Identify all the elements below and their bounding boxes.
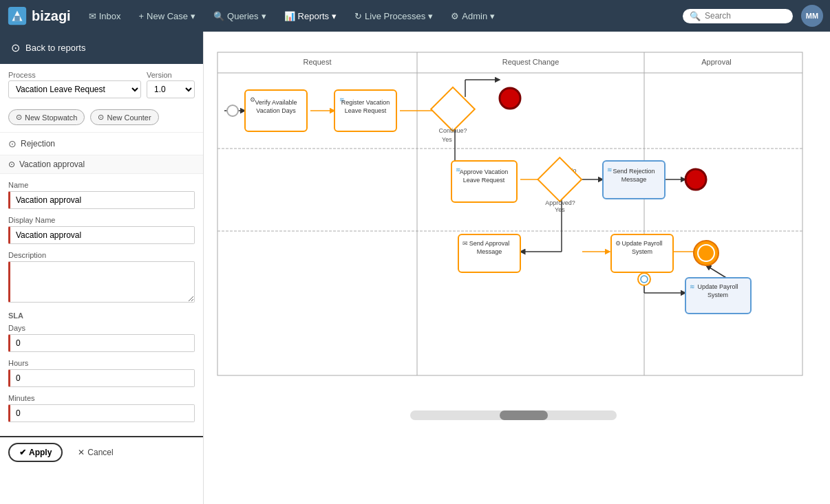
diagram-area: Request Request Change Approval xyxy=(204,32,830,504)
logo: bizagi xyxy=(7,6,71,26)
version-field: Version 1.0 xyxy=(147,71,195,98)
apply-button[interactable]: ✔ Apply xyxy=(8,443,63,462)
svg-text:Update Payroll: Update Payroll xyxy=(621,240,662,247)
nav-queries[interactable]: 🔍 Queries ▾ xyxy=(206,8,273,24)
hours-input[interactable] xyxy=(8,369,195,387)
diagram-canvas: Request Request Change Approval xyxy=(204,32,823,430)
logo-icon xyxy=(7,6,28,26)
display-name-field: Display Name xyxy=(8,216,195,244)
svg-text:Message: Message xyxy=(477,248,502,255)
footer-buttons: ✔ Apply ✕ Cancel xyxy=(0,436,203,468)
svg-text:Approval: Approval xyxy=(701,58,731,66)
name-input[interactable] xyxy=(8,191,195,209)
nav-admin[interactable]: ⚙ Admin ▾ xyxy=(444,8,502,24)
back-to-reports-button[interactable]: ⊙ Back to reports xyxy=(0,32,203,64)
svg-text:Continue?: Continue? xyxy=(438,127,467,134)
x-icon: ✕ xyxy=(78,448,85,457)
sidebar-controls: Process Vacation Leave Request Version 1… xyxy=(0,64,203,133)
svg-point-42 xyxy=(500,88,520,109)
form-section: Name Display Name Description SLA Days H… xyxy=(0,174,203,436)
days-input[interactable] xyxy=(8,334,195,352)
svg-text:⚙: ⚙ xyxy=(615,240,621,247)
svg-text:Leave Request: Leave Request xyxy=(463,177,505,184)
logo-text: bizagi xyxy=(32,8,71,24)
scroll-track[interactable] xyxy=(410,410,617,420)
svg-text:Approve Vacation: Approve Vacation xyxy=(460,168,508,175)
vacation-approval-icon: ⊙ xyxy=(8,160,15,169)
new-counter-button[interactable]: ⊙ New Counter xyxy=(90,109,158,125)
new-stopwatch-button[interactable]: ⊙ New Stopwatch xyxy=(8,109,85,125)
svg-text:Yes: Yes xyxy=(442,136,452,143)
scroll-thumb[interactable] xyxy=(500,410,548,420)
svg-rect-2 xyxy=(14,16,20,21)
top-navigation: bizagi ✉ Inbox + New Case ▾ 🔍 Queries ▾ … xyxy=(0,0,830,32)
inbox-icon: ✉ xyxy=(89,11,96,21)
search-box[interactable]: 🔍 xyxy=(683,9,793,23)
days-field: Days xyxy=(8,324,195,352)
nav-inbox[interactable]: ✉ Inbox xyxy=(82,8,128,24)
svg-text:System: System xyxy=(632,248,652,255)
description-field: Description xyxy=(8,251,195,305)
svg-text:Vacation Days: Vacation Days xyxy=(256,107,296,114)
queries-icon: 🔍 xyxy=(213,11,224,21)
diagram-svg: Request Request Change Approval xyxy=(204,32,823,430)
main-layout: ⊙ Back to reports Process Vacation Leave… xyxy=(0,32,830,504)
action-buttons-row: ⊙ New Stopwatch ⊙ New Counter xyxy=(8,109,195,125)
svg-text:Register Vacation: Register Vacation xyxy=(341,99,390,106)
search-input[interactable] xyxy=(705,11,780,21)
nav-live-processes[interactable]: ↻ Live Processes ▾ xyxy=(348,8,440,24)
process-select[interactable]: Vacation Leave Request xyxy=(8,80,141,98)
name-field: Name xyxy=(8,181,195,209)
live-processes-icon: ↻ xyxy=(354,11,362,21)
svg-point-53 xyxy=(685,169,706,190)
display-name-input[interactable] xyxy=(8,226,195,244)
svg-point-62 xyxy=(638,273,650,285)
counter-icon: ⊙ xyxy=(98,113,104,122)
svg-text:Request: Request xyxy=(304,58,332,66)
minutes-input[interactable] xyxy=(8,404,195,422)
svg-text:Approved?: Approved? xyxy=(545,199,575,206)
svg-text:Send Rejection: Send Rejection xyxy=(613,168,655,175)
hours-field: Hours xyxy=(8,359,195,387)
svg-text:Message: Message xyxy=(621,176,647,183)
reports-icon: 📊 xyxy=(284,11,295,21)
minutes-field: Minutes xyxy=(8,394,195,422)
svg-text:Leave Request: Leave Request xyxy=(345,107,387,114)
svg-rect-47 xyxy=(538,157,582,201)
stopwatch-icon: ⊙ xyxy=(16,113,22,122)
svg-text:Yes: Yes xyxy=(555,206,565,213)
svg-text:≋: ≋ xyxy=(690,283,695,290)
vacation-approval-subsection[interactable]: ⊙ Vacation approval xyxy=(0,155,203,174)
svg-text:≋: ≋ xyxy=(607,166,613,173)
cancel-button[interactable]: ✕ Cancel xyxy=(68,443,123,462)
admin-icon: ⚙ xyxy=(451,11,459,21)
back-arrow-icon: ⊙ xyxy=(11,41,20,54)
svg-rect-40 xyxy=(431,87,475,131)
svg-point-69 xyxy=(698,245,714,261)
process-field: Process Vacation Leave Request xyxy=(8,71,141,98)
svg-text:Update Payroll: Update Payroll xyxy=(697,283,738,290)
rejection-icon: ⊙ xyxy=(8,138,17,149)
sidebar: ⊙ Back to reports Process Vacation Leave… xyxy=(0,32,204,504)
svg-text:Request Change: Request Change xyxy=(502,58,560,66)
diagram-scroll[interactable]: Request Request Change Approval xyxy=(204,32,830,504)
svg-text:Send Approval: Send Approval xyxy=(469,240,510,247)
avatar[interactable]: MM xyxy=(801,5,823,27)
rejection-section-header[interactable]: ⊙ Rejection xyxy=(0,133,203,155)
nav-reports[interactable]: 📊 Reports ▾ xyxy=(277,8,344,24)
checkmark-icon: ✔ xyxy=(19,448,26,457)
svg-point-31 xyxy=(227,105,238,116)
new-case-icon: + xyxy=(138,11,144,21)
nav-new-case[interactable]: + New Case ▾ xyxy=(131,8,202,24)
svg-text:System: System xyxy=(707,292,728,298)
process-version-row: Process Vacation Leave Request Version 1… xyxy=(8,71,195,104)
svg-text:Verify Available: Verify Available xyxy=(255,99,297,106)
version-select[interactable]: 1.0 xyxy=(147,80,195,98)
svg-text:✉: ✉ xyxy=(462,240,468,247)
search-icon: 🔍 xyxy=(690,11,701,21)
description-textarea[interactable] xyxy=(8,261,195,303)
